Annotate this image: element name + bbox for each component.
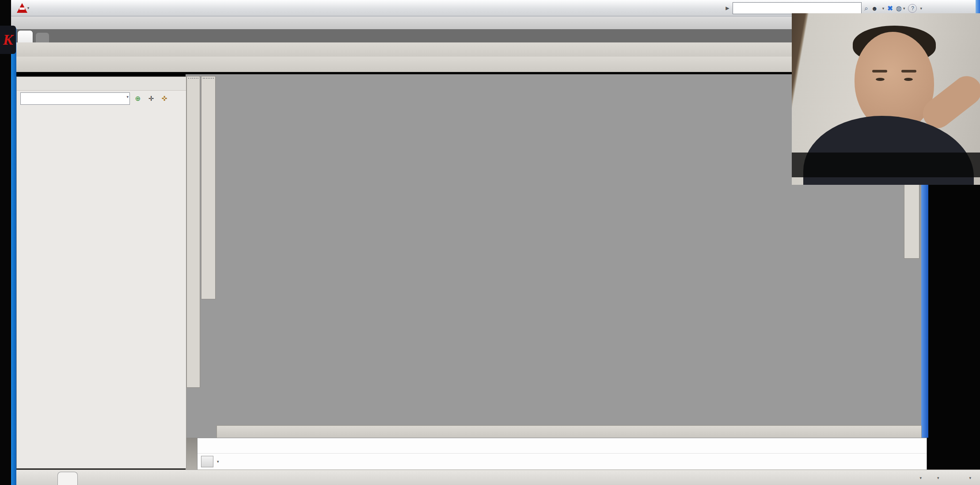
infocenter-expand-icon[interactable]: ▶ (726, 5, 729, 11)
person-brow (872, 70, 887, 73)
recent-commands-icon[interactable]: ▾ (217, 459, 219, 464)
command-line-panel: ▾ (197, 438, 927, 470)
document-tab[interactable] (17, 30, 33, 42)
quick-select-icon[interactable]: ⊕ (133, 93, 143, 104)
exchange-icon[interactable]: ✖ (887, 4, 893, 12)
status-bar: ▾ ▾ ▾ (11, 470, 980, 485)
window-frame-edge (11, 28, 16, 485)
search-icon[interactable]: ⌕ (865, 4, 868, 12)
command-history (198, 438, 927, 454)
help-icon[interactable]: ? (908, 4, 917, 13)
properties-palette: ▾ ⊕ ✛ ✜ (16, 76, 186, 469)
search-input[interactable] (733, 2, 862, 14)
new-tab-button[interactable] (36, 33, 49, 42)
sign-in-button[interactable]: ☻▾ (871, 5, 884, 12)
command-input-row[interactable]: ▾ (198, 454, 927, 470)
autocad-logo-button[interactable]: ▾ (13, 1, 33, 15)
screen-letterbox (0, 0, 11, 485)
modify-toolbar (201, 76, 216, 299)
tab-model[interactable] (57, 472, 78, 485)
isolate-objects-icon[interactable] (952, 473, 964, 483)
person-brow (901, 70, 916, 73)
tab-layout1[interactable] (78, 472, 97, 485)
app-glyph: K (3, 31, 13, 48)
settings-gear-icon[interactable] (925, 473, 937, 483)
maximize-button[interactable] (943, 3, 958, 14)
new-layout-button[interactable] (97, 472, 117, 485)
docked-app-icon[interactable]: K (0, 26, 16, 54)
person-eye (876, 78, 885, 81)
viewport-scale-control[interactable]: ▾ (918, 476, 922, 480)
bottom-snap-toolbar (217, 425, 922, 439)
autocad-a-icon (17, 3, 27, 13)
draw-toolbar (186, 76, 200, 388)
close-button[interactable] (961, 3, 976, 14)
person-eye (904, 78, 913, 81)
webcam-overlay (792, 13, 980, 185)
command-palette-strip (186, 438, 197, 473)
layout-tabs (57, 470, 117, 485)
select-objects-icon[interactable]: ✛ (146, 93, 156, 104)
user-icon: ☻ (871, 5, 878, 12)
communication-center-icon[interactable]: ◍▾ (896, 4, 905, 12)
object-type-combo[interactable]: ▾ (20, 92, 130, 105)
crosshair-icon[interactable] (939, 473, 951, 483)
units-control[interactable]: ▾ (967, 476, 971, 480)
screen-letterbox-right (928, 185, 980, 470)
webcam-name-bar (792, 153, 980, 177)
minimize-button[interactable] (925, 3, 940, 14)
command-prompt-icon[interactable] (201, 456, 213, 467)
toggle-pickadd-icon[interactable]: ✜ (159, 93, 170, 104)
properties-palette-title[interactable] (17, 77, 186, 91)
